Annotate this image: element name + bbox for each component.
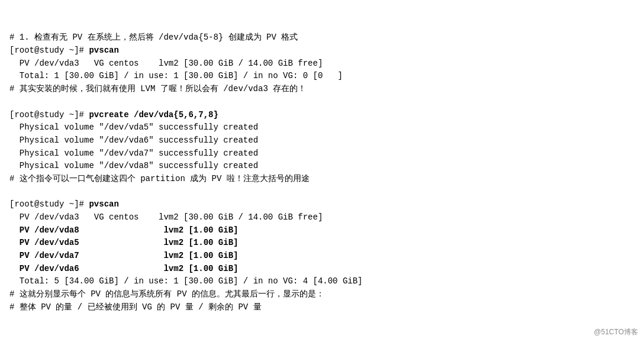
terminal-line: # 这就分别显示每个 PV 的信息与系统所有 PV 的信息。尤其最后一行，显示的… bbox=[9, 288, 635, 301]
terminal-line: # 整体 PV 的量 / 已经被使用到 VG 的 PV 量 / 剩余的 PV 量 bbox=[9, 301, 635, 314]
prompt: [root@study ~]# bbox=[9, 110, 89, 120]
terminal-line: # 1. 检查有无 PV 在系统上，然后将 /dev/vda{5-8} 创建成为… bbox=[9, 31, 635, 44]
terminal-line: [root@study ~]# pvscan bbox=[9, 198, 635, 211]
terminal-line: PV /dev/vda6 lvm2 [1.00 GiB] bbox=[9, 263, 635, 276]
terminal-line: Physical volume "/dev/vda5" successfully… bbox=[9, 121, 635, 134]
terminal-line bbox=[9, 186, 635, 199]
terminal-line: Total: 5 [34.00 GiB] / in use: 1 [30.00 … bbox=[9, 275, 635, 288]
terminal-line: Physical volume "/dev/vda7" successfully… bbox=[9, 147, 635, 160]
terminal-line: PV /dev/vda3 VG centos lvm2 [30.00 GiB /… bbox=[9, 57, 635, 70]
prompt: [root@study ~]# bbox=[9, 199, 89, 209]
terminal-line: PV /dev/vda5 lvm2 [1.00 GiB] bbox=[9, 237, 635, 250]
terminal-line: # 这个指令可以一口气创建这四个 partition 成为 PV 啦！注意大括号… bbox=[9, 173, 635, 186]
terminal-line bbox=[9, 96, 635, 109]
command: pvscan bbox=[89, 199, 118, 209]
command: pvcreate /dev/vda{5,6,7,8} bbox=[89, 110, 218, 120]
terminal-line: [root@study ~]# pvcreate /dev/vda{5,6,7,… bbox=[9, 109, 635, 122]
terminal-line: Physical volume "/dev/vda6" successfully… bbox=[9, 134, 635, 147]
command: pvscan bbox=[89, 46, 118, 55]
terminal-line: Physical volume "/dev/vda8" successfully… bbox=[9, 160, 635, 173]
terminal-content: # 1. 检查有无 PV 在系统上，然后将 /dev/vda{5-8} 创建成为… bbox=[0, 0, 644, 324]
prompt: [root@study ~]# bbox=[9, 46, 89, 55]
terminal-line: # 其实安装的时候，我们就有使用 LVM 了喔！所以会有 /dev/vda3 存… bbox=[9, 83, 635, 96]
terminal-line: PV /dev/vda3 VG centos lvm2 [30.00 GiB /… bbox=[9, 211, 635, 224]
terminal-line: PV /dev/vda7 lvm2 [1.00 GiB] bbox=[9, 250, 635, 263]
terminal-container: # 1. 检查有无 PV 在系统上，然后将 /dev/vda{5-8} 创建成为… bbox=[0, 0, 644, 342]
terminal-line: [root@study ~]# pvscan bbox=[9, 44, 635, 57]
terminal-line: Total: 1 [30.00 GiB] / in use: 1 [30.00 … bbox=[9, 70, 635, 83]
terminal-line: PV /dev/vda8 lvm2 [1.00 GiB] bbox=[9, 224, 635, 237]
watermark: @51CTO博客 bbox=[594, 327, 638, 337]
